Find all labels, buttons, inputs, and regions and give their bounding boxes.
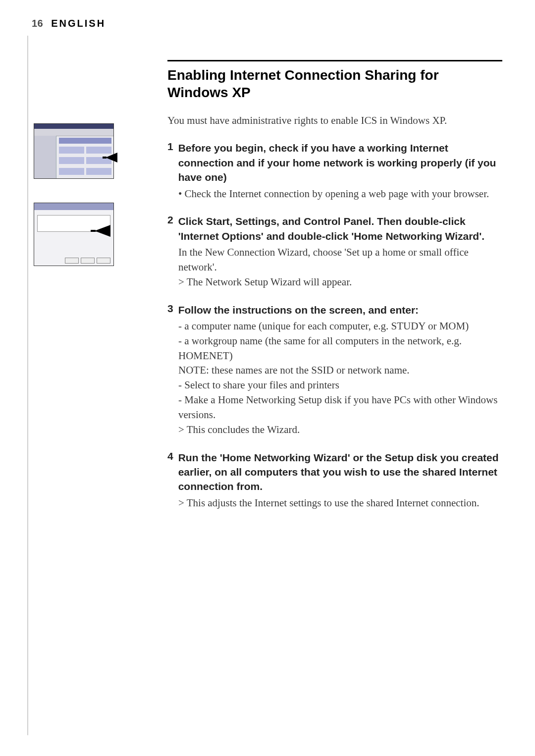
section-rule — [167, 60, 502, 61]
figure-control-panel — [34, 123, 114, 179]
step-heading: 1 Before you begin, check if you have a … — [167, 141, 502, 184]
page-number: 16 — [32, 18, 43, 29]
content-columns: Enabling Internet Connection Sharing for… — [32, 60, 507, 524]
step-3: 3 Follow the instructions on the screen,… — [167, 303, 502, 437]
figure-network-wizard — [34, 203, 114, 266]
step-line: - Make a Home Networking Setup disk if y… — [178, 393, 502, 423]
step-line: > This concludes the Wizard. — [178, 423, 502, 437]
step-title: Run the 'Home Networking Wizard' or the … — [178, 450, 502, 494]
step-title: Follow the instructions on the screen, a… — [178, 303, 419, 317]
step-body: • Check the Internet connection by openi… — [167, 187, 502, 202]
step-heading: 3 Follow the instructions on the screen,… — [167, 303, 502, 317]
category-heading — [59, 138, 111, 144]
step-title: Click Start, Settings, and Control Panel… — [178, 214, 502, 243]
step-number: 2 — [167, 214, 173, 243]
svg-marker-0 — [106, 153, 117, 162]
language-label: ENGLISH — [51, 18, 106, 29]
tile — [86, 168, 111, 175]
vertical-rule — [27, 36, 28, 735]
step-body: In the New Connection Wizard, choose 'Se… — [167, 245, 502, 289]
figure-column — [32, 60, 138, 524]
tile — [59, 147, 84, 154]
step-line: NOTE: these names are not the SSID or ne… — [178, 363, 502, 378]
running-header: 16 ENGLISH — [32, 18, 507, 29]
step-number: 4 — [167, 450, 173, 494]
step-line: - Select to share your files and printer… — [178, 378, 502, 393]
window-titlebar — [34, 124, 113, 129]
tile — [59, 157, 84, 164]
step-2: 2 Click Start, Settings, and Control Pan… — [167, 214, 502, 289]
step-4: 4 Run the 'Home Networking Wizard' or th… — [167, 450, 502, 511]
step-number: 3 — [167, 303, 173, 317]
lead-paragraph: You must have administrative rights to e… — [167, 113, 502, 128]
section-title: Enabling Internet Connection Sharing for… — [167, 66, 502, 101]
page: 16 ENGLISH — [0, 0, 535, 756]
tile — [59, 168, 84, 175]
step-line: • Check the Internet connection by openi… — [178, 187, 502, 202]
svg-marker-2 — [95, 225, 110, 237]
step-body: - a computer name (unique for each compu… — [167, 319, 502, 437]
window-toolbar — [34, 129, 113, 136]
pointer-arrow-icon — [91, 225, 110, 237]
wizard-button — [65, 258, 79, 264]
svg-rect-1 — [103, 157, 107, 159]
step-body: > This adjusts the Internet settings to … — [167, 496, 502, 511]
window-sidepanel — [34, 136, 56, 178]
pointer-arrow-icon — [103, 153, 117, 162]
wizard-buttons — [37, 258, 110, 264]
step-heading: 4 Run the 'Home Networking Wizard' or th… — [167, 450, 502, 494]
step-line: In the New Connection Wizard, choose 'Se… — [178, 245, 502, 275]
step-number: 1 — [167, 141, 173, 184]
wizard-button — [81, 258, 95, 264]
step-title: Before you begin, check if you have a wo… — [178, 141, 502, 184]
step-line: - a workgroup name (the same for all com… — [178, 334, 502, 364]
text-column: Enabling Internet Connection Sharing for… — [138, 60, 507, 524]
wizard-titlebar — [34, 203, 113, 210]
step-line: > The Network Setup Wizard will appear. — [178, 275, 502, 290]
svg-rect-3 — [91, 230, 96, 232]
step-heading: 2 Click Start, Settings, and Control Pan… — [167, 214, 502, 243]
step-1: 1 Before you begin, check if you have a … — [167, 141, 502, 201]
step-line: - a computer name (unique for each compu… — [178, 319, 502, 334]
step-line: > This adjusts the Internet settings to … — [178, 496, 502, 511]
wizard-button — [97, 258, 110, 264]
